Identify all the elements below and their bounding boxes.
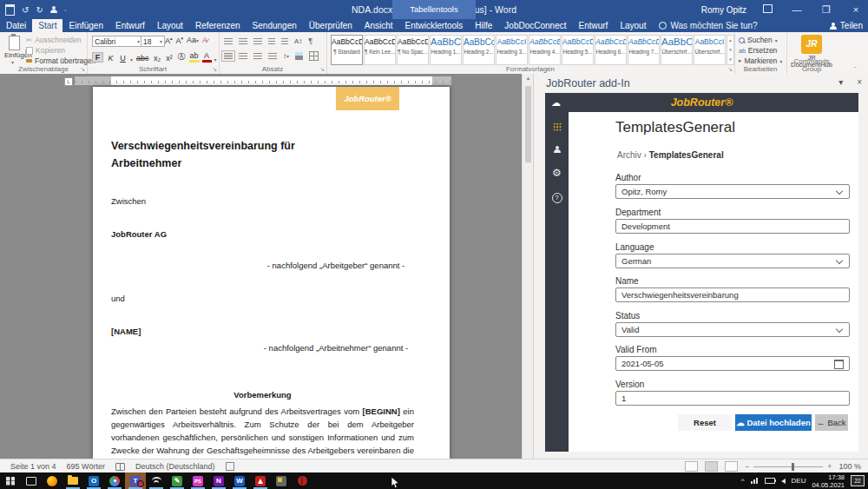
tab-datei[interactable]: Datei bbox=[0, 19, 32, 32]
upload-cloud-icon[interactable]: ☁ bbox=[551, 97, 561, 109]
back-button[interactable]: ← Back bbox=[815, 414, 848, 431]
find-button[interactable]: Suchen▾ bbox=[739, 36, 778, 44]
style-heading6[interactable]: AaBbCcDHeading 6... bbox=[595, 35, 627, 65]
bold-button[interactable]: F bbox=[92, 52, 103, 63]
align-center-icon[interactable] bbox=[239, 53, 247, 59]
share-button[interactable]: Teilen bbox=[830, 19, 863, 32]
document-scrollbar[interactable]: ▴ bbox=[522, 74, 534, 459]
start-button[interactable] bbox=[0, 472, 21, 489]
signed-in-user[interactable]: Romy Opitz bbox=[701, 5, 746, 15]
align-right-icon[interactable] bbox=[253, 53, 262, 59]
focus-mode-icon[interactable] bbox=[226, 462, 234, 471]
zoom-out-icon[interactable]: − bbox=[745, 462, 749, 471]
restore-icon[interactable]: ❒ bbox=[818, 0, 835, 19]
tab-start[interactable]: Start bbox=[32, 19, 62, 32]
shading-icon[interactable] bbox=[295, 52, 303, 60]
tab-selector[interactable]: L bbox=[64, 77, 73, 86]
editor-icon[interactable]: ✎ bbox=[167, 472, 187, 489]
tab-tabellen-entwurf[interactable]: Entwurf bbox=[572, 19, 614, 32]
reset-button[interactable]: Reset bbox=[678, 414, 732, 431]
help-icon[interactable]: ? bbox=[552, 193, 562, 203]
zoom-thumb[interactable] bbox=[792, 463, 794, 471]
scrollbar-thumb[interactable] bbox=[525, 86, 531, 162]
style-no-spacing[interactable]: AaBbCcDc¶ No Spac... bbox=[397, 35, 429, 65]
phpstorm-icon[interactable]: PS bbox=[187, 472, 208, 489]
style-heading4[interactable]: AaBbCcEHeading 4... bbox=[529, 35, 561, 65]
proofing-icon[interactable] bbox=[115, 463, 125, 471]
replace-button[interactable]: ab Ersetzen bbox=[739, 46, 777, 55]
underline-button[interactable]: U bbox=[118, 54, 128, 63]
tab-hilfe[interactable]: Hilfe bbox=[469, 19, 498, 32]
minimize-icon[interactable]: — bbox=[788, 0, 806, 19]
clock[interactable]: 17:38 04.05.2021 bbox=[812, 473, 845, 489]
tab-entwurf[interactable]: Entwurf bbox=[109, 19, 151, 32]
apps-grid-icon[interactable] bbox=[553, 122, 562, 131]
borders-icon[interactable] bbox=[309, 51, 319, 61]
tell-me-search[interactable]: Was möchten Sie tun? bbox=[652, 19, 764, 32]
tray-expand-icon[interactable]: ^ bbox=[741, 477, 745, 485]
onenote-icon[interactable]: N bbox=[208, 472, 229, 489]
document-page[interactable]: JobRouter® Verschwiegenheitsvereinbarung… bbox=[93, 87, 450, 459]
justify-icon[interactable] bbox=[268, 53, 277, 59]
ribbon-display-options-icon[interactable] bbox=[759, 0, 776, 19]
upload-file-button[interactable]: ☁ Datei hochladen bbox=[735, 414, 812, 431]
close-icon[interactable]: × bbox=[847, 0, 865, 19]
style-heading1[interactable]: AaBbCHeading 1... bbox=[430, 35, 462, 65]
pane-close-icon[interactable]: × bbox=[857, 77, 862, 87]
page-indicator[interactable]: Seite 1 von 4 bbox=[10, 462, 56, 471]
copy-button[interactable]: Kopieren bbox=[26, 46, 65, 55]
text-highlight-button[interactable]: ab bbox=[189, 51, 200, 63]
pane-menu-icon[interactable]: ▾ bbox=[838, 77, 843, 87]
style-heading5[interactable]: AaBbCcDHeading 5... bbox=[562, 35, 594, 65]
multilevel-list-icon[interactable] bbox=[253, 38, 262, 44]
chrome-icon[interactable] bbox=[104, 472, 125, 489]
collapse-ribbon-icon[interactable]: ˆ bbox=[854, 65, 857, 73]
font-color-button[interactable]: A bbox=[202, 51, 212, 63]
style-kein-leerraum[interactable]: AaBbCcDc¶ Kein Lee... bbox=[364, 35, 396, 65]
italic-button[interactable]: K bbox=[106, 54, 115, 63]
styles-dialog-launcher[interactable]: ↘ bbox=[727, 66, 733, 73]
strikethrough-button[interactable]: abc bbox=[135, 54, 150, 63]
status-select[interactable]: Valid bbox=[615, 322, 850, 337]
tab-sendungen[interactable]: Sendungen bbox=[247, 19, 303, 32]
jobrouter-tool-icon[interactable] bbox=[292, 472, 312, 489]
action-center-icon[interactable]: 22 bbox=[851, 475, 865, 486]
horizontal-ruler[interactable] bbox=[75, 76, 451, 85]
language-select[interactable]: German bbox=[615, 254, 850, 268]
breadcrumb-parent[interactable]: Archiv bbox=[617, 150, 641, 160]
numbering-icon[interactable] bbox=[239, 38, 247, 44]
web-layout-icon[interactable] bbox=[725, 461, 738, 472]
format-painter-button[interactable]: Format übertragen bbox=[26, 56, 95, 65]
zoom-slider[interactable]: − + bbox=[745, 462, 832, 471]
grow-font-button[interactable]: A▴ bbox=[165, 36, 173, 45]
read-mode-icon[interactable] bbox=[685, 461, 698, 472]
zoom-in-icon[interactable]: + bbox=[827, 462, 832, 471]
style-ueberschrift1[interactable]: AaBbCÜberschrif... bbox=[661, 35, 693, 65]
style-heading3[interactable]: AaBbCcIHeading 3... bbox=[496, 35, 528, 65]
tab-einfuegen[interactable]: Einfügen bbox=[62, 19, 108, 32]
select-button[interactable]: ▸ Markieren▾ bbox=[739, 56, 782, 65]
word-count[interactable]: 695 Wörter bbox=[67, 462, 106, 471]
user-icon[interactable] bbox=[554, 146, 561, 153]
department-input[interactable]: Development bbox=[615, 219, 850, 234]
font-dialog-launcher[interactable]: ↘ bbox=[212, 66, 217, 73]
tab-entwicklertools[interactable]: Entwicklertools bbox=[399, 19, 470, 32]
increase-indent-icon[interactable] bbox=[281, 38, 288, 44]
tab-layout[interactable]: Layout bbox=[151, 19, 189, 32]
line-spacing-icon[interactable]: ↕▾ bbox=[283, 52, 289, 60]
tab-ueberpruefen[interactable]: Überprüfen bbox=[303, 19, 358, 32]
sort-icon[interactable]: A↕ bbox=[294, 37, 302, 45]
outlook-icon[interactable]: O bbox=[83, 472, 104, 489]
wifi-app-icon[interactable] bbox=[146, 472, 167, 489]
print-layout-icon[interactable] bbox=[705, 461, 718, 472]
valid-from-date[interactable]: 2021-05-05 bbox=[615, 356, 850, 371]
word-icon[interactable]: W bbox=[229, 472, 250, 489]
bullets-icon[interactable] bbox=[224, 38, 233, 44]
clear-formatting-button[interactable]: A̷ bbox=[202, 36, 207, 45]
devtools-icon[interactable] bbox=[271, 472, 292, 489]
version-input[interactable]: 1 bbox=[615, 391, 850, 406]
tab-ansicht[interactable]: Ansicht bbox=[358, 19, 399, 32]
style-heading7[interactable]: AaBbCcDHeading 7... bbox=[628, 35, 660, 65]
file-explorer-icon[interactable] bbox=[62, 472, 83, 489]
superscript-button[interactable]: x² bbox=[165, 54, 174, 63]
